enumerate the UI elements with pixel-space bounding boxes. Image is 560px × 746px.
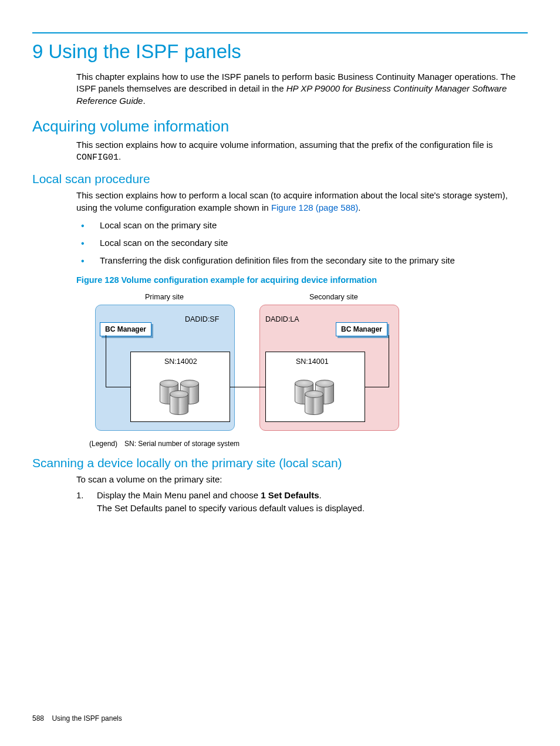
sn-primary: SN:14002 <box>164 357 197 366</box>
step-line1-bold: 1 Set Defaults <box>261 490 319 500</box>
bc-manager-primary: BC Manager <box>100 322 151 336</box>
section-acquiring-heading: Acquiring volume information <box>32 117 528 136</box>
sn-secondary: SN:14001 <box>296 357 329 366</box>
figure-xref-link[interactable]: Figure 128 (page 588) <box>271 202 358 212</box>
step-line1-pre: Display the Main Menu panel and choose <box>97 490 261 500</box>
steps-list: 1. Display the Main Menu panel and choos… <box>76 489 528 515</box>
s1-mono: CONFIG01 <box>76 153 119 163</box>
list-item: Local scan on the secondary site <box>76 237 528 249</box>
chapter-title: Using the ISPF panels <box>49 40 241 62</box>
page-content: 9 Using the ISPF panels This chapter exp… <box>0 0 560 540</box>
section1-para: This section explains how to acquire vol… <box>76 139 528 164</box>
figure-128: Primary site Secondary site DADID:SF DAD… <box>89 293 528 445</box>
step-number: 1. <box>76 489 84 502</box>
subsection-scanning-body: To scan a volume on the primary site: 1.… <box>76 474 528 515</box>
section-acquiring-body: This section explains how to acquire vol… <box>76 139 528 164</box>
sub1-para: This section explains how to perform a l… <box>76 190 528 214</box>
s1-post: . <box>119 151 121 161</box>
dadid-secondary: DADID:LA <box>265 315 299 323</box>
chapter-intro-para: This chapter explains how to use the ISP… <box>76 71 528 107</box>
primary-site-label: Primary site <box>145 293 184 301</box>
list-item: Local scan on the primary site <box>76 220 528 231</box>
list-item: Transferring the disk configuration defi… <box>76 255 528 266</box>
legend-text: SN: Serial number of storage system <box>124 440 239 448</box>
step-item: 1. Display the Main Menu panel and choos… <box>76 489 528 515</box>
chapter-number: 9 <box>32 40 43 62</box>
page-number: 588 <box>32 714 44 723</box>
diagram: Primary site Secondary site DADID:SF DAD… <box>89 293 415 445</box>
connector-line <box>389 335 389 387</box>
sub1-post: . <box>358 202 360 212</box>
connector-line <box>106 387 130 387</box>
footer-title: Using the ISPF panels <box>52 714 122 723</box>
step-line1-post: . <box>319 490 322 500</box>
bc-manager-secondary: BC Manager <box>336 322 387 336</box>
top-rule <box>32 32 528 33</box>
dadid-primary: DADID:SF <box>185 315 219 323</box>
connector-line <box>230 387 265 387</box>
subsection-scanning-heading: Scanning a device locally on the primary… <box>32 456 528 470</box>
s1-pre: This section explains how to acquire vol… <box>76 140 493 150</box>
subsection-localscan-body: This section explains how to perform a l… <box>76 190 528 445</box>
step-line2: The Set Defaults panel to specify variou… <box>97 503 365 513</box>
legend-label: (Legend) <box>89 440 117 448</box>
connector-line <box>365 387 389 387</box>
chapter-intro: This chapter explains how to use the ISP… <box>76 71 528 107</box>
connector-line <box>106 335 106 387</box>
figure-caption: Figure 128 Volume configuration example … <box>76 275 528 285</box>
sub2-intro: To scan a volume on the primary site: <box>76 474 528 485</box>
secondary-site-label: Secondary site <box>309 293 358 301</box>
page-footer: 588 Using the ISPF panels <box>32 714 122 723</box>
bullet-list: Local scan on the primary site Local sca… <box>76 220 528 267</box>
subsection-localscan-heading: Local scan procedure <box>32 172 528 186</box>
disk-icon <box>170 391 187 416</box>
intro-post: . <box>143 96 145 106</box>
disk-icon <box>305 391 322 416</box>
chapter-heading: 9 Using the ISPF panels <box>32 40 528 63</box>
